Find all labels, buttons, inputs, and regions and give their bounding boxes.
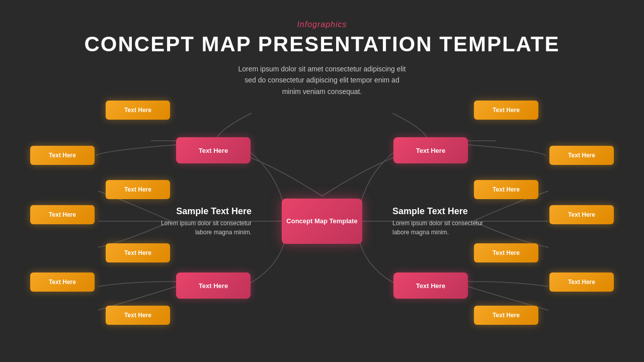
right-panel-body: Lorem ipsum dolor sit consecteturlabore … xyxy=(392,219,498,237)
node-top-right-2[interactable]: Text Here xyxy=(549,146,614,165)
header: Infographics CONCEPT MAP PRESENTATION TE… xyxy=(0,0,644,97)
node-bot-left-2[interactable]: Text Here xyxy=(176,273,251,299)
infographics-label: Infographics xyxy=(0,20,644,29)
concept-area: .conn { stroke: #555555; stroke-width: 1… xyxy=(0,85,644,357)
node-bot-right-1[interactable]: Text Here xyxy=(549,273,614,292)
left-panel-body: Lorem ipsum dolor sit consecteturlabore … xyxy=(146,219,252,237)
node-bot-right-2[interactable]: Text Here xyxy=(393,273,468,299)
left-panel-title: Sample Text Here xyxy=(146,206,252,217)
left-panel: Sample Text Here Lorem ipsum dolor sit c… xyxy=(146,206,252,237)
node-top-left-3[interactable]: Text Here xyxy=(176,137,251,163)
right-panel: Sample Text Here Lorem ipsum dolor sit c… xyxy=(392,206,498,237)
node-top-right-6[interactable]: Text Here xyxy=(474,243,538,262)
node-top-left-5[interactable]: Text Here xyxy=(30,205,95,224)
node-top-right-5[interactable]: Text Here xyxy=(549,205,614,224)
main-title: CONCEPT MAP PRESENTATION TEMPLATE xyxy=(0,32,644,56)
node-bot-left-3[interactable]: Text Here xyxy=(106,306,170,325)
node-top-right-4[interactable]: Text Here xyxy=(474,180,538,199)
node-top-left-4[interactable]: Text Here xyxy=(106,180,170,199)
node-top-left-6[interactable]: Text Here xyxy=(106,243,170,262)
node-top-left-2[interactable]: Text Here xyxy=(30,146,95,165)
right-panel-title: Sample Text Here xyxy=(392,206,498,217)
node-top-left-1[interactable]: Text Here xyxy=(106,101,170,120)
center-node: Concept Map Template xyxy=(282,199,362,244)
slide: Infographics CONCEPT MAP PRESENTATION TE… xyxy=(0,0,644,362)
node-top-right-3[interactable]: Text Here xyxy=(393,137,468,163)
node-top-right-1[interactable]: Text Here xyxy=(474,101,538,120)
node-bot-left-1[interactable]: Text Here xyxy=(30,273,95,292)
node-bot-right-3[interactable]: Text Here xyxy=(474,306,538,325)
